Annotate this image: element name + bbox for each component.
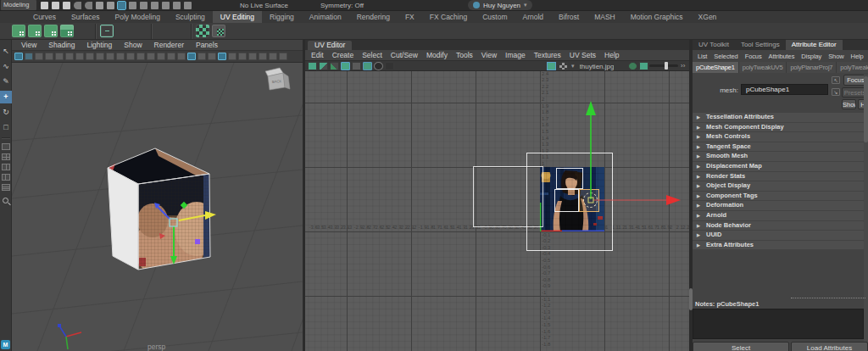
shelf-tab[interactable]: FX bbox=[398, 11, 422, 23]
status-icon[interactable] bbox=[184, 2, 192, 9]
attribute-editor-menu-item[interactable]: Focus bbox=[742, 53, 765, 60]
viewport-icon[interactable] bbox=[75, 53, 84, 60]
status-icon[interactable] bbox=[41, 2, 48, 9]
attribute-section-header[interactable]: Mesh Controls bbox=[693, 132, 864, 142]
uv-toolbar-icon[interactable] bbox=[385, 62, 394, 70]
viewport-menu-item[interactable]: Shading bbox=[42, 41, 81, 49]
shelf-tool-icon[interactable] bbox=[12, 25, 25, 37]
select-tool-icon[interactable]: ↖ bbox=[0, 45, 12, 58]
viewport-icon[interactable] bbox=[279, 53, 287, 60]
attribute-section-header[interactable]: Mesh Component Display bbox=[693, 123, 864, 132]
uv-toolbar-icon[interactable] bbox=[352, 62, 361, 70]
uv-toolbar-icon[interactable] bbox=[308, 62, 317, 70]
viewport-icon[interactable] bbox=[218, 53, 226, 60]
uv-menu-item[interactable]: View bbox=[477, 51, 501, 59]
uv-menu-item[interactable]: Image bbox=[501, 51, 530, 59]
shelf-tab[interactable]: Custom bbox=[475, 11, 515, 23]
uv-shell-outline[interactable] bbox=[473, 166, 543, 227]
shelf-tool-icon[interactable] bbox=[151, 24, 152, 39]
load-attributes-button[interactable]: Load Attributes bbox=[791, 342, 868, 351]
layout-single-pane-button[interactable] bbox=[2, 143, 10, 150]
uv-toolbar-icon[interactable] bbox=[330, 62, 339, 70]
uv-editor-tab[interactable]: UV Editor bbox=[308, 41, 352, 50]
image-icon[interactable] bbox=[547, 62, 556, 70]
notes-resize-handle[interactable] bbox=[791, 298, 865, 298]
shelf-tab[interactable]: Sculpting bbox=[168, 11, 213, 23]
shelf-tool-icon[interactable] bbox=[28, 25, 42, 37]
viewport-icon[interactable] bbox=[35, 53, 43, 60]
status-icon[interactable] bbox=[52, 2, 59, 9]
layout-outliner-button[interactable] bbox=[2, 184, 10, 191]
viewport-icon[interactable] bbox=[228, 53, 236, 60]
uv-toolbar-icon[interactable] bbox=[374, 62, 383, 70]
viewport-menu-item[interactable]: Renderer bbox=[148, 41, 190, 49]
status-icon[interactable] bbox=[151, 2, 159, 9]
lasso-tool-icon[interactable]: ∿ bbox=[0, 60, 12, 73]
checker-map-icon[interactable] bbox=[559, 62, 568, 70]
viewport-icon[interactable] bbox=[248, 53, 257, 60]
viewport-menu-item[interactable]: Panels bbox=[190, 41, 224, 49]
zoom-tool-icon[interactable] bbox=[3, 198, 8, 203]
viewport-icon[interactable] bbox=[116, 53, 125, 60]
shelf-tab[interactable]: FX Caching bbox=[422, 11, 475, 23]
attribute-section-header[interactable]: Tangent Space bbox=[693, 142, 864, 152]
shelf-tab[interactable]: MASH bbox=[587, 11, 623, 23]
perspective-viewport[interactable]: BACK persp bbox=[12, 63, 303, 351]
symmetry-label[interactable]: Symmetry: Off bbox=[320, 2, 364, 9]
viewport-menu-item[interactable]: Lighting bbox=[81, 41, 118, 49]
attribute-section-header[interactable]: Component Tags bbox=[693, 192, 864, 201]
user-account-chip[interactable]: Huy Nguyen ▾ bbox=[468, 0, 532, 10]
notes-textarea[interactable] bbox=[693, 309, 864, 339]
uv-menu-item[interactable]: Modify bbox=[422, 51, 452, 59]
attribute-section-header[interactable]: Node Behavior bbox=[693, 221, 864, 231]
exposure-slider[interactable] bbox=[649, 64, 678, 67]
right-panel-tab[interactable]: UV Toolkit bbox=[693, 40, 735, 50]
attribute-editor-menu-item[interactable]: Help bbox=[848, 53, 867, 60]
status-icon[interactable] bbox=[63, 2, 70, 9]
shelf-tab[interactable]: Animation bbox=[302, 11, 349, 23]
uv-menu-item[interactable]: Help bbox=[600, 51, 623, 59]
attribute-editor-menu-item[interactable]: List bbox=[694, 53, 710, 60]
show-button[interactable]: Show bbox=[842, 99, 856, 109]
status-icon[interactable] bbox=[129, 2, 136, 9]
viewport-icon[interactable] bbox=[136, 53, 145, 60]
attribute-section-header[interactable]: UUID bbox=[693, 231, 864, 240]
status-icon[interactable] bbox=[162, 2, 170, 9]
attribute-section-header[interactable]: Smooth Mesh bbox=[693, 152, 864, 161]
shelf-tool-icon[interactable] bbox=[95, 24, 96, 39]
show-output-connections-button[interactable]: ↘ bbox=[832, 88, 840, 96]
uv-menu-item[interactable]: Textures bbox=[530, 51, 565, 59]
attribute-editor-menu-item[interactable]: Attributes bbox=[765, 53, 798, 60]
mesh-name-field[interactable]: pCubeShape1 bbox=[741, 84, 828, 95]
select-button[interactable]: Select bbox=[693, 342, 789, 351]
viewport-menu-item[interactable]: View bbox=[15, 41, 42, 49]
status-icon[interactable] bbox=[96, 2, 103, 9]
uv-canvas[interactable]: -3.6-3.5-3.4-3.3-3.2-3.1-3-2.9-2.8-2.7-2… bbox=[305, 71, 689, 351]
uv-menu-item[interactable]: UV Sets bbox=[565, 51, 600, 59]
shelf-tool-icon[interactable] bbox=[172, 25, 186, 37]
viewport-icon[interactable] bbox=[157, 53, 165, 60]
shelf-tool-icon[interactable] bbox=[196, 25, 209, 37]
uv-toolbar-icon[interactable] bbox=[628, 62, 637, 70]
node-tab[interactable]: polyPlanarProj7 bbox=[787, 62, 836, 73]
shelf-tab[interactable]: Poly Modeling bbox=[107, 11, 167, 23]
layout-four-pane-button[interactable] bbox=[2, 153, 10, 160]
status-icon[interactable] bbox=[118, 2, 125, 9]
viewport-icon[interactable] bbox=[147, 53, 155, 60]
uv-menu-item[interactable]: Create bbox=[328, 51, 359, 59]
node-tab[interactable]: polyTweakUV5 bbox=[739, 62, 787, 73]
shelf-tool-icon[interactable] bbox=[191, 24, 192, 39]
uv-toolbar-icon[interactable] bbox=[341, 62, 350, 70]
shelf-tab[interactable]: Rigging bbox=[262, 11, 302, 23]
viewport-icon[interactable] bbox=[238, 53, 247, 60]
toolbar-overflow-icon[interactable]: ›› bbox=[681, 61, 685, 71]
viewport-icon[interactable] bbox=[259, 53, 267, 60]
viewport-icon[interactable] bbox=[198, 53, 206, 60]
uv-toolbar-icon[interactable] bbox=[319, 62, 328, 70]
uv-shell-outline[interactable] bbox=[556, 168, 583, 189]
status-icon[interactable] bbox=[140, 2, 147, 9]
texture-name-label[interactable]: thuytien.jpg bbox=[580, 63, 615, 70]
shelf-tool-icon[interactable] bbox=[132, 25, 146, 37]
view-cube[interactable]: BACK bbox=[259, 64, 298, 100]
shelf-tool-icon[interactable] bbox=[100, 25, 114, 37]
